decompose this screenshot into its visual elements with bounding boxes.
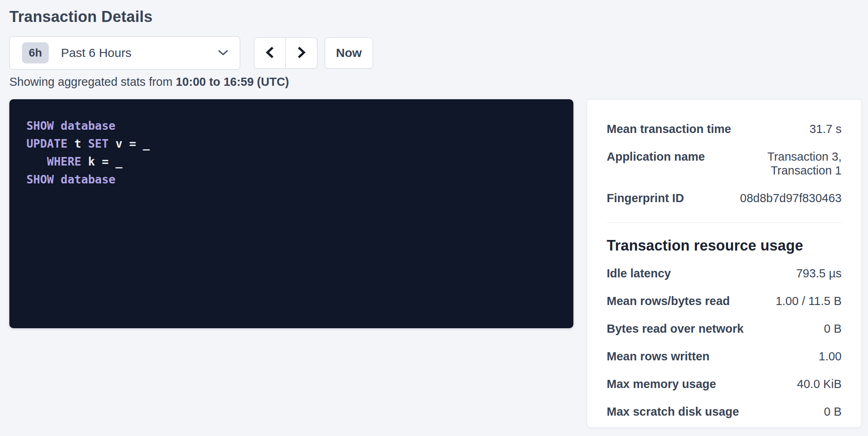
detail-row-label: Bytes read over network [607,322,753,336]
detail-row: Bytes read over network 0 B [607,315,842,342]
card-divider [607,222,842,223]
time-range-badge: 6h [22,42,49,63]
detail-row: Max scratch disk usage 0 B [607,398,842,425]
detail-row-label: Application name [607,150,715,164]
detail-row-value: 793.5 µs [796,266,842,280]
detail-row-value: 1.00 [819,349,842,363]
sql-line: SHOW database [26,171,556,189]
detail-row-value: Transaction 3, Transaction 1 [715,150,842,177]
detail-row-value: 0 B [824,322,842,336]
main-content: SHOW databaseUPDATE t SET v = _ WHERE k … [9,99,861,427]
summary-rows: Mean transaction time 31.7 s Application… [607,115,842,212]
detail-row-label: Idle latency [607,266,681,280]
detail-row-label: Max scratch disk usage [607,405,749,419]
detail-row-label: Fingerprint ID [607,191,694,205]
detail-row: Max memory usage 40.0 KiB [607,370,842,398]
time-range-dropdown[interactable]: 6h Past 6 Hours [9,36,240,70]
time-controls: 6h Past 6 Hours Now [9,36,861,70]
subtitle-prefix: Showing aggregated stats from [9,75,176,88]
page-title: Transaction Details [9,8,861,26]
resource-usage-heading: Transaction resource usage [607,237,842,255]
detail-row-value: 1.00 / 11.5 B [776,294,842,308]
detail-row-label: Mean rows/bytes read [607,294,740,308]
detail-row-value: 40.0 KiB [797,377,842,391]
detail-row: Fingerprint ID 08d8b7d97f830463 [607,184,842,212]
detail-row-value: 31.7 s [809,122,842,136]
time-range-label: Past 6 Hours [61,46,131,60]
aggregation-subtitle: Showing aggregated stats from 10:00 to 1… [9,75,861,89]
sql-line: SHOW database [26,117,556,135]
detail-row: Mean rows written 1.00 [607,342,842,370]
previous-interval-button[interactable] [254,37,286,69]
time-nav-group [254,37,317,69]
detail-row: Idle latency 793.5 µs [607,259,842,287]
detail-row-label: Mean transaction time [607,122,741,136]
detail-row-value: 08d8b7d97f830463 [740,191,842,205]
detail-row-value: 0 B [824,405,842,419]
transaction-details-page: Transaction Details 6h Past 6 Hours Now [0,0,868,427]
detail-row: Application name Transaction 3, Transact… [607,143,842,184]
detail-row-label: Mean rows written [607,349,719,363]
sql-code-block: SHOW databaseUPDATE t SET v = _ WHERE k … [9,99,573,328]
next-interval-button[interactable] [286,37,317,69]
chevron-right-icon [296,46,307,61]
sql-line: WHERE k = _ [26,153,556,171]
subtitle-time-range: 10:00 to 16:59 (UTC) [176,75,289,88]
detail-row: Mean transaction time 31.7 s [607,115,842,143]
detail-row: Mean rows/bytes read 1.00 / 11.5 B [607,287,842,315]
chevron-left-icon [265,46,275,61]
sql-line: UPDATE t SET v = _ [26,135,556,153]
now-button[interactable]: Now [325,37,373,69]
transaction-details-card: Mean transaction time 31.7 s Application… [587,99,861,427]
detail-row-label: Max memory usage [607,377,726,391]
resource-rows: Idle latency 793.5 µs Mean rows/bytes re… [607,259,842,425]
chevron-down-icon [218,50,228,56]
